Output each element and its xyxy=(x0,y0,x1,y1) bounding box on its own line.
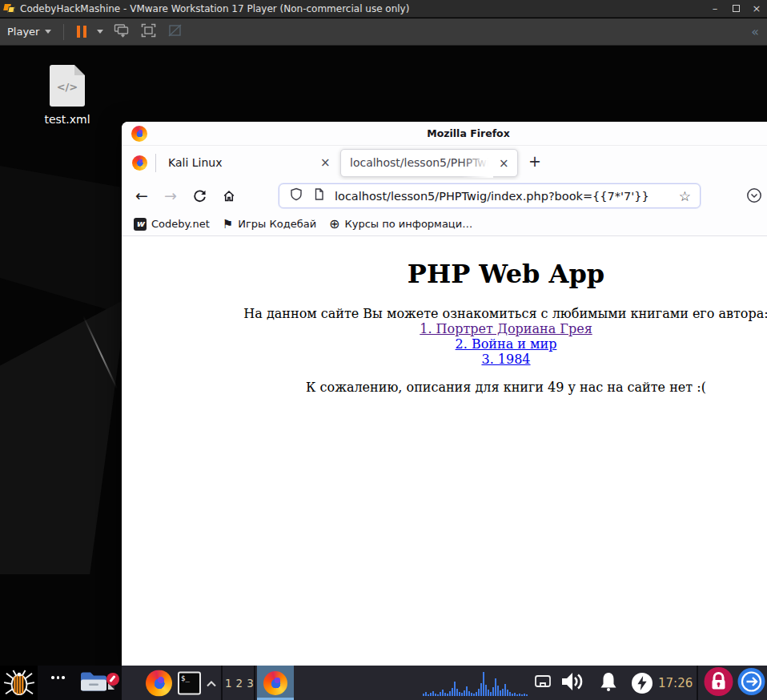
bookmark-label: Codeby.net xyxy=(151,218,210,230)
reload-button[interactable] xyxy=(193,189,207,206)
vmware-window-title: CodebyHackMashine - VMware Workstation 1… xyxy=(20,3,409,14)
lightning-bolt-icon xyxy=(636,676,648,690)
code-glyph: </> xyxy=(50,81,85,93)
new-tab-button[interactable]: + xyxy=(528,152,541,170)
desktop-icon-test-xml[interactable]: </> test.xml xyxy=(32,65,102,126)
page-title: PHP Web App xyxy=(122,259,767,289)
bookmark-star-icon[interactable]: ☆ xyxy=(679,188,691,204)
fullscreen-button[interactable] xyxy=(141,23,156,41)
minimize-button[interactable]: – xyxy=(705,0,725,18)
close-button[interactable]: × xyxy=(746,0,767,18)
tab-localhost-active[interactable]: localhost/lesson5/PHPTwig/i × xyxy=(340,149,518,177)
vmware-toolbar: Player « xyxy=(0,18,767,46)
navigation-toolbar: ← → localhost/lesson5/PHPTwig/index.php?… xyxy=(122,180,767,212)
workspace-2[interactable]: 2 xyxy=(236,677,243,690)
dots-icon xyxy=(51,676,65,679)
folder-icon xyxy=(79,670,108,693)
firefox-view-icon[interactable] xyxy=(132,155,147,171)
tab-close-button[interactable]: × xyxy=(499,156,509,171)
kali-desktop: </> test.xml Mozilla Firefox Kali Linux … xyxy=(0,46,767,700)
tab-kali-linux[interactable]: Kali Linux xyxy=(168,156,222,169)
firefox-icon xyxy=(263,671,287,695)
intro-and-links: На данном сайте Вы можете ознакомиться с… xyxy=(122,306,767,367)
clock[interactable]: 17:26 xyxy=(658,676,693,690)
session-arrow-icon[interactable] xyxy=(737,667,765,698)
maximize-icon xyxy=(733,5,740,12)
book-link-1[interactable]: 1. Портрет Дориана Грея xyxy=(420,321,592,336)
firefox-window: Mozilla Firefox Kali Linux × localhost/l… xyxy=(122,122,767,666)
kali-bug-icon xyxy=(2,670,36,697)
file-manager-button[interactable] xyxy=(79,670,108,696)
firefox-window-button-active[interactable] xyxy=(257,666,294,700)
tab-close-button[interactable]: × xyxy=(320,155,331,170)
applications-menu-button[interactable] xyxy=(0,666,38,700)
suspend-options-chevron-icon[interactable] xyxy=(97,30,103,34)
book-link-2[interactable]: 2. Война и мир xyxy=(456,336,557,352)
book-link-3[interactable]: 3. 1984 xyxy=(481,352,530,367)
taskbar-divider xyxy=(221,666,223,700)
firefox-launcher-button[interactable] xyxy=(146,670,172,696)
tracking-shield-icon[interactable] xyxy=(290,187,303,204)
player-menu-button[interactable]: Player xyxy=(0,26,56,38)
firefox-window-title: Mozilla Firefox xyxy=(427,127,510,139)
not-found-message: К сожалению, описания для книги 49 у нас… xyxy=(122,380,767,395)
intro-text: На данном сайте Вы можете ознакомиться с… xyxy=(243,306,767,321)
page-fold xyxy=(74,65,85,75)
cpu-power-icon[interactable] xyxy=(632,673,653,694)
bookmark-courses[interactable]: ⊕ Курсы по информаци… xyxy=(329,218,472,231)
back-button[interactable]: ← xyxy=(135,187,148,204)
vmware-titlebar: CodebyHackMashine - VMware Workstation 1… xyxy=(0,0,767,18)
player-menu-label: Player xyxy=(7,26,39,38)
notifications-bell-icon[interactable] xyxy=(597,670,620,696)
bookmark-games[interactable]: ⚑ Игры Кодебай xyxy=(223,218,316,231)
url-bar[interactable]: localhost/lesson5/PHPTwig/index.php?book… xyxy=(279,183,701,208)
terminal-button[interactable]: $_ xyxy=(178,671,201,694)
tab-divider xyxy=(155,154,156,172)
bookmark-codeby[interactable]: w Codeby.net xyxy=(134,218,210,231)
label-fade xyxy=(461,150,493,178)
pocket-save-icon[interactable] xyxy=(746,187,762,207)
flag-icon: ⚑ xyxy=(223,218,233,231)
panel-expand-button[interactable] xyxy=(206,675,217,690)
codeby-favicon: w xyxy=(134,218,147,231)
toolbar-divider xyxy=(63,24,64,40)
firefox-titlebar[interactable]: Mozilla Firefox xyxy=(122,122,767,146)
chevron-up-icon xyxy=(206,679,217,687)
bookmark-label: Курсы по информаци… xyxy=(345,218,473,230)
send-ctrl-alt-del-button[interactable] xyxy=(114,23,130,41)
maximize-button[interactable] xyxy=(725,0,746,18)
desktop-icon-label: test.xml xyxy=(32,113,102,126)
tab-bar: Kali Linux × localhost/lesson5/PHPTwig/i… xyxy=(122,146,767,180)
workspace-1[interactable]: 1 xyxy=(225,677,232,690)
workspace-3[interactable]: 3 xyxy=(247,677,254,690)
page-info-icon[interactable] xyxy=(313,187,325,204)
network-monitor-graph xyxy=(423,669,528,699)
network-status-icon[interactable] xyxy=(534,674,552,692)
taskbar-divider xyxy=(254,666,255,700)
unity-mode-button-disabled xyxy=(167,23,183,41)
volume-icon[interactable] xyxy=(560,671,588,695)
url-input[interactable]: localhost/lesson5/PHPTwig/index.php?book… xyxy=(335,190,649,203)
xml-file-icon: </> xyxy=(50,65,85,107)
suspend-vm-button[interactable] xyxy=(71,26,92,38)
bookmark-label: Игры Кодебай xyxy=(238,218,316,230)
collapse-toolbar-button[interactable]: « xyxy=(751,24,757,39)
taskbar-divider xyxy=(697,666,698,700)
chevron-down-icon xyxy=(45,30,51,34)
page-content: PHP Web App На данном сайте Вы можете оз… xyxy=(122,236,767,664)
kali-taskbar: $_ 1 2 3 4 17:26 xyxy=(0,666,767,700)
bookmarks-toolbar: w Codeby.net ⚑ Игры Кодебай ⊕ Курсы по и… xyxy=(122,212,767,236)
screen-lock-icon[interactable] xyxy=(704,666,733,699)
globe-icon: ⊕ xyxy=(329,218,339,231)
firefox-logo-icon xyxy=(131,126,147,142)
home-button[interactable] xyxy=(222,189,236,206)
edit-badge-icon xyxy=(106,673,119,686)
forward-button-disabled: → xyxy=(164,187,177,204)
terminal-glyph: $_ xyxy=(181,674,190,682)
vmware-logo-icon xyxy=(4,3,14,14)
